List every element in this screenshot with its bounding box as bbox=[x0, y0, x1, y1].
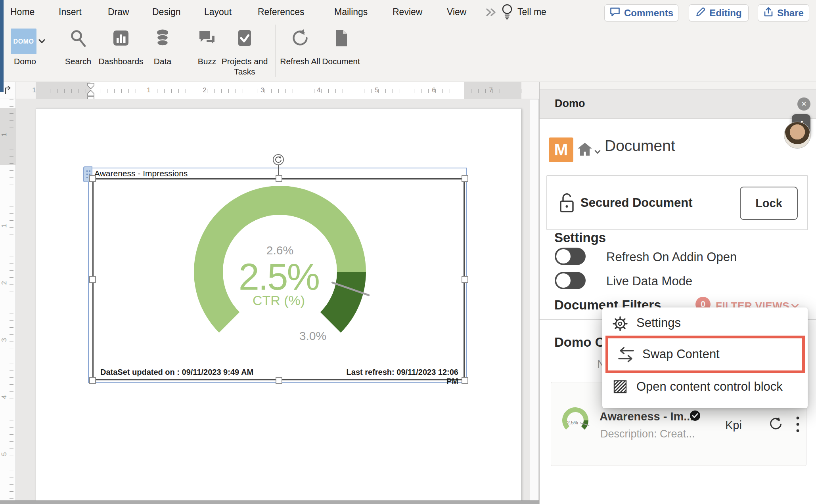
kebab-menu-icon[interactable] bbox=[796, 416, 800, 435]
refresh-icon[interactable] bbox=[768, 416, 783, 433]
card-type-label: Kpi bbox=[720, 419, 747, 432]
resize-handle-s[interactable] bbox=[276, 377, 282, 384]
dashboards-icon[interactable] bbox=[111, 29, 130, 48]
domo-ribbon-button[interactable]: DOMO bbox=[11, 29, 36, 54]
gear-icon bbox=[612, 316, 628, 335]
share-button[interactable]: Share bbox=[758, 4, 809, 21]
rotate-handle-icon[interactable] bbox=[273, 154, 284, 165]
data-icon[interactable] bbox=[153, 29, 172, 48]
resize-handle-ne[interactable] bbox=[462, 175, 468, 182]
menu-layout[interactable]: Layout bbox=[204, 6, 232, 18]
window-edge-accent bbox=[0, 0, 4, 92]
menu-insert[interactable]: Insert bbox=[59, 6, 82, 18]
resize-handle-e[interactable] bbox=[462, 276, 468, 283]
settings-heading: Settings bbox=[554, 230, 606, 245]
resize-handle-sw[interactable] bbox=[89, 377, 96, 384]
resize-handle-n[interactable] bbox=[276, 175, 282, 182]
card-gauge-thumbnail: 2.5% bbox=[559, 405, 591, 436]
pencil-icon bbox=[695, 7, 706, 19]
live-data-mode-toggle[interactable] bbox=[555, 272, 586, 289]
editing-button[interactable]: Editing bbox=[689, 4, 749, 21]
context-menu: Settings Swap Content Open content contr… bbox=[602, 307, 808, 408]
pane-title: Domo bbox=[555, 97, 585, 110]
ribbon-separator bbox=[275, 25, 276, 77]
refresh-all-icon[interactable] bbox=[291, 29, 310, 48]
secured-document-card: Secured Document Lock bbox=[546, 175, 808, 230]
menu-references[interactable]: References bbox=[258, 6, 305, 18]
ribbon-separator bbox=[185, 25, 185, 77]
card-title: Awareness - Im... bbox=[600, 410, 693, 423]
chevron-down-icon[interactable] bbox=[38, 38, 45, 45]
chart-selection-frame[interactable] bbox=[92, 178, 465, 380]
menu-item-swap-content[interactable]: Swap Content bbox=[605, 336, 805, 373]
menu-item-settings[interactable]: Settings bbox=[602, 309, 808, 337]
ribbon-chrome: Home Insert Draw Design Layout Reference… bbox=[0, 0, 816, 82]
buzz-icon[interactable] bbox=[197, 29, 216, 48]
search-icon[interactable] bbox=[69, 29, 88, 48]
domo-app-logo: M bbox=[549, 137, 573, 162]
lightbulb-icon bbox=[500, 3, 514, 22]
secured-document-label: Secured Document bbox=[580, 196, 693, 210]
unlock-icon bbox=[557, 191, 576, 216]
word-window: Home Insert Draw Design Layout Reference… bbox=[0, 0, 816, 504]
horizontal-ruler: 1 1 2 3 4 5 6 7 bbox=[16, 82, 539, 99]
document-icon[interactable] bbox=[331, 29, 351, 48]
comments-button[interactable]: Comments bbox=[604, 4, 678, 21]
vertical-ruler: 1 1 2 3 4 5 bbox=[0, 99, 16, 504]
menu-design[interactable]: Design bbox=[152, 6, 181, 18]
last-refresh-text: Last refresh: 09/11/2023 12:06 PM bbox=[337, 368, 458, 386]
resize-handle-se[interactable] bbox=[462, 377, 468, 384]
close-icon[interactable]: ✕ bbox=[797, 97, 810, 111]
projects-tasks-icon[interactable] bbox=[235, 29, 254, 48]
menu-review[interactable]: Review bbox=[393, 6, 422, 18]
resize-handle-w[interactable] bbox=[89, 276, 96, 283]
pane-doc-title: Document bbox=[605, 137, 675, 155]
resize-handle-nw[interactable] bbox=[89, 175, 96, 182]
menu-draw[interactable]: Draw bbox=[108, 6, 129, 18]
swap-icon bbox=[617, 346, 636, 365]
card-description: Description: Creat... bbox=[600, 428, 695, 440]
avatar[interactable] bbox=[784, 122, 811, 149]
vertical-scrollbar[interactable] bbox=[530, 99, 539, 501]
comments-icon bbox=[609, 6, 621, 20]
menu-item-open-content-control[interactable]: Open content control block bbox=[602, 372, 808, 401]
domo-content-heading: Domo C bbox=[554, 335, 605, 350]
menu-mailings[interactable]: Mailings bbox=[334, 6, 368, 18]
menu-home[interactable]: Home bbox=[10, 6, 34, 18]
lock-button[interactable]: Lock bbox=[740, 187, 798, 220]
pane-header: Domo ✕ bbox=[540, 89, 816, 119]
window-bottom-strip bbox=[0, 500, 539, 504]
share-icon bbox=[763, 6, 774, 20]
domo-button-label: Domo bbox=[0, 56, 55, 67]
menu-view[interactable]: View bbox=[447, 6, 466, 18]
chevron-down-icon[interactable] bbox=[594, 149, 601, 156]
content-block-icon bbox=[613, 379, 628, 397]
tell-me-button[interactable]: Tell me bbox=[517, 6, 546, 18]
chart-title: Awareness - Impressions bbox=[94, 169, 188, 178]
check-badge-icon bbox=[690, 410, 701, 423]
domo-logo: DOMO bbox=[13, 38, 34, 45]
home-icon[interactable] bbox=[577, 141, 593, 160]
refresh-on-open-toggle[interactable] bbox=[555, 248, 586, 265]
domo-task-pane: Domo ✕ M Document i Secured Document Loc… bbox=[539, 82, 816, 504]
svg-text:2.5%: 2.5% bbox=[567, 420, 578, 426]
toggle-label: Refresh On Addin Open bbox=[606, 250, 737, 264]
tab-selector-icon bbox=[3, 86, 13, 96]
ribbon-item-label[interactable]: Projects and Tasks bbox=[215, 56, 274, 77]
toggle-label: Live Data Mode bbox=[606, 274, 692, 288]
menu-overflow-icon[interactable] bbox=[485, 8, 499, 18]
dataset-updated-text: DataSet updated on : 09/11/2023 9:49 AM bbox=[100, 368, 253, 377]
ribbon-separator bbox=[56, 25, 56, 77]
ribbon-item-label[interactable]: Document bbox=[311, 56, 371, 67]
